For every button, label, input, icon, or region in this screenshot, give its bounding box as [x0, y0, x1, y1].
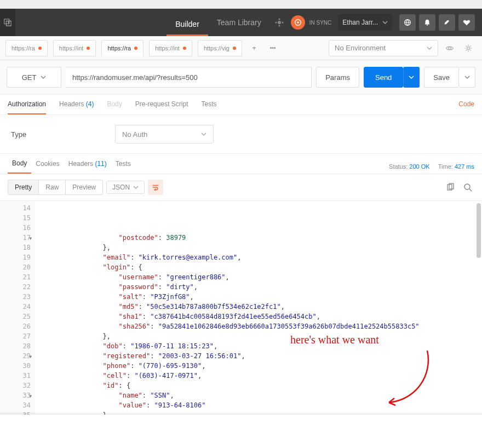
unsaved-dot — [233, 47, 236, 50]
response-body: 14151617▼181920212223242526272829▼303132… — [0, 201, 482, 415]
auth-type-value: No Auth — [122, 130, 147, 139]
url-input[interactable] — [72, 73, 305, 82]
copy-response-icon[interactable] — [444, 181, 457, 194]
unsaved-dot — [134, 47, 137, 50]
svg-point-3 — [282, 22, 283, 24]
nav-builder[interactable]: Builder — [167, 9, 208, 36]
interceptor-icon[interactable] — [272, 15, 286, 30]
top-toolbar: Builder Team Library IN SYNC Ethan Jarr.… — [0, 9, 482, 36]
send-dropdown[interactable] — [403, 67, 420, 88]
code-line: }, — [39, 243, 482, 252]
response-tabs: Body Cookies Headers (11) Tests Status: … — [0, 154, 482, 174]
browse-button[interactable] — [399, 14, 416, 31]
auth-type-label: Type — [11, 130, 115, 139]
notifications-button[interactable] — [419, 14, 435, 31]
environment-selector[interactable]: No Environment — [329, 40, 438, 56]
code-line: "name": "SSN", — [39, 390, 482, 400]
auth-type-selector[interactable]: No Auth — [115, 125, 214, 143]
tab-body[interactable]: Body — [107, 100, 122, 114]
save-button[interactable]: Save — [424, 67, 459, 88]
save-dropdown[interactable] — [459, 67, 475, 88]
environment-label: No Environment — [335, 44, 386, 52]
code-line: "postcode": 38979 — [39, 233, 482, 243]
code-line: "id": { — [39, 381, 482, 390]
sync-status-label: IN SYNC — [309, 20, 332, 26]
request-subtabs: Authorization Headers (4) Body Pre-reque… — [0, 95, 482, 115]
nav-team-library[interactable]: Team Library — [208, 9, 270, 36]
unsaved-dot — [87, 47, 90, 50]
code-line: "sha256": "9a52841e1062846e8d93eb6660a17… — [39, 321, 482, 331]
code-line: "username": "greentiger886", — [39, 272, 482, 282]
request-tab[interactable]: https://ra — [101, 40, 144, 56]
request-tab[interactable]: https://int — [149, 40, 192, 56]
code-line: }, — [39, 331, 482, 341]
code-line: "sha1": "c387641b4c00584d8193f2d41ee55ed… — [39, 312, 482, 321]
favorite-button[interactable] — [458, 14, 475, 31]
http-method: GET — [22, 73, 37, 82]
svg-point-11 — [449, 47, 451, 49]
request-tab[interactable]: https://int — [53, 40, 96, 56]
resp-tab-cookies[interactable]: Cookies — [31, 160, 64, 173]
svg-point-9 — [427, 25, 428, 26]
tab-headers[interactable]: Headers (4) — [59, 100, 94, 114]
resp-tab-headers[interactable]: Headers (11) — [64, 160, 111, 173]
code-line: "login": { — [39, 262, 482, 272]
more-tabs-button[interactable]: ••• — [266, 42, 279, 55]
search-response-icon[interactable] — [461, 181, 474, 194]
code-area[interactable]: "postcode": 38979 }, "email": "kirk.torr… — [35, 201, 482, 415]
request-tab[interactable]: https://vig — [198, 40, 242, 56]
view-mode-segment: Pretty Raw Preview — [8, 180, 103, 195]
resp-tab-tests[interactable]: Tests — [111, 160, 135, 173]
quick-look-icon[interactable] — [443, 41, 457, 55]
code-line: "email": "kirk.torres@example.com", — [39, 252, 482, 262]
code-line: "salt": "P3ZjnfG8", — [39, 292, 482, 302]
request-tab[interactable]: https://ra — [5, 40, 48, 56]
view-pretty[interactable]: Pretty — [8, 180, 39, 194]
scrollbar-thumb[interactable] — [477, 203, 481, 258]
code-line: "phone": "(770)-695-9130", — [39, 361, 482, 371]
response-meta: Status: 200 OK Time: 427 ms — [389, 163, 474, 170]
svg-point-15 — [464, 184, 470, 189]
resp-tab-body[interactable]: Body — [8, 159, 31, 174]
tab-tests[interactable]: Tests — [201, 100, 216, 114]
code-line: "dob": "1986-07-11 18:15:23", — [39, 341, 482, 351]
svg-point-10 — [445, 24, 446, 25]
line-gutter: 14151617▼181920212223242526272829▼303132… — [0, 201, 35, 415]
settings-button[interactable] — [439, 14, 455, 31]
code-line: "value": "913-64-8106" — [39, 400, 482, 410]
user-menu[interactable]: Ethan Jarr... — [338, 14, 392, 31]
code-line: "registered": "2003-03-27 16:56:01", — [39, 351, 482, 361]
svg-point-4 — [278, 19, 280, 20]
new-tab-button[interactable] — [0, 9, 15, 36]
http-method-selector[interactable]: GET — [7, 67, 61, 88]
svg-point-12 — [467, 47, 470, 49]
view-raw[interactable]: Raw — [39, 180, 66, 194]
svg-point-5 — [278, 25, 280, 27]
format-selector[interactable]: JSON — [106, 181, 145, 194]
tabs-row: https://rahttps://inthttps://rahttps://i… — [0, 36, 482, 60]
params-button[interactable]: Params — [316, 67, 359, 88]
tab-authorization[interactable]: Authorization — [8, 100, 46, 114]
wrap-lines-button[interactable] — [148, 180, 163, 195]
auth-row: Type No Auth — [0, 115, 482, 154]
url-input-wrap[interactable] — [66, 67, 312, 88]
add-tab-button[interactable]: + — [248, 42, 261, 55]
code-line: "cell": "(603)-417-0971", — [39, 371, 482, 381]
unsaved-dot — [38, 47, 42, 50]
response-toolbar: Pretty Raw Preview JSON — [0, 174, 482, 201]
code-line: "md5": "50c5e314b787a800b7f534e62c1e2fc1… — [39, 302, 482, 312]
manage-env-icon[interactable] — [461, 41, 475, 55]
user-name: Ethan Jarr... — [342, 19, 378, 26]
unsaved-dot — [183, 47, 186, 50]
request-tabs: https://rahttps://inthttps://rahttps://i… — [0, 40, 322, 56]
tab-prerequest[interactable]: Pre-request Script — [135, 100, 188, 114]
svg-point-2 — [275, 22, 277, 24]
svg-point-7 — [297, 21, 299, 24]
view-preview[interactable]: Preview — [66, 180, 102, 194]
window-titlebar — [0, 0, 482, 9]
request-bar: GET Params Send Save — [0, 60, 482, 95]
sync-status-icon[interactable] — [291, 15, 305, 30]
svg-point-1 — [278, 21, 281, 24]
code-link[interactable]: Code — [458, 100, 474, 114]
send-button[interactable]: Send — [364, 67, 403, 88]
